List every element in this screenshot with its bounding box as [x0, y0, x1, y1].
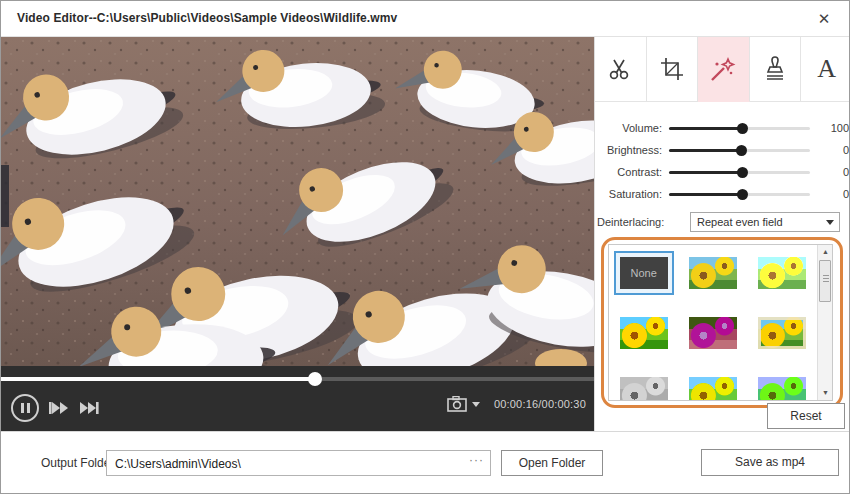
video-preview: [1, 37, 594, 366]
effects-listbox: None ▲ ▼: [608, 244, 833, 401]
volume-slider[interactable]: [669, 127, 810, 130]
scissors-icon: [607, 56, 633, 82]
brightness-value: 0: [813, 144, 849, 156]
video-editor-window: Video Editor--C:\Users\Public\Videos\Sam…: [0, 0, 850, 494]
contrast-slider[interactable]: [669, 171, 810, 174]
brightness-slider-thumb[interactable]: [736, 145, 747, 156]
tab-trim[interactable]: [595, 37, 647, 102]
scrollbar-thumb[interactable]: [819, 260, 831, 302]
reset-button[interactable]: Reset: [767, 403, 845, 429]
skip-back-icon: [49, 401, 69, 415]
brighten-effect-preview: [758, 257, 806, 289]
effect-thumb-none[interactable]: None: [614, 251, 674, 295]
titlebar: Video Editor--C:\Users\Public\Videos\Sam…: [1, 1, 849, 37]
browse-ellipsis-button[interactable]: ···: [469, 453, 484, 467]
none-effect-preview: None: [620, 257, 668, 289]
seek-thumb[interactable]: [308, 372, 322, 386]
tool-tabs: A: [595, 37, 850, 102]
tab-effect[interactable]: [698, 37, 750, 102]
vivid-effect-preview: [620, 317, 668, 349]
saturation-row: Saturation: 0: [595, 185, 850, 205]
deinterlacing-row: Deinterlacing: Repeat even field: [595, 212, 850, 234]
frame-effect-preview: [758, 317, 806, 349]
contrast-value: 0: [813, 166, 849, 178]
effect-thumb-warm[interactable]: [683, 371, 743, 400]
volume-slider-thumb[interactable]: [737, 123, 748, 134]
tab-watermark[interactable]: [750, 37, 802, 102]
saturation-label: Saturation:: [595, 188, 662, 200]
magic-wand-icon: [709, 55, 737, 83]
deinterlacing-label: Deinterlacing:: [597, 216, 664, 228]
output-path-input[interactable]: C:\Users\admin\Videos\ ···: [106, 450, 491, 476]
close-icon[interactable]: ✕: [813, 8, 835, 30]
volume-label: Volume:: [595, 122, 662, 134]
effect-thumb-original[interactable]: [683, 251, 743, 295]
grayscale-effect-preview: [620, 377, 668, 400]
cool-effect-preview: [758, 377, 806, 400]
warm-effect-preview: [689, 377, 737, 400]
seek-slider[interactable]: [1, 377, 594, 381]
effects-grid: None: [609, 245, 817, 400]
save-as-mp4-button[interactable]: Save as mp4: [701, 449, 839, 476]
brightness-label: Brightness:: [595, 144, 662, 156]
open-folder-button[interactable]: Open Folder: [501, 450, 603, 476]
effect-thumb-brighten[interactable]: [752, 251, 812, 295]
brightness-slider[interactable]: [669, 149, 810, 152]
edit-panel: A Volume: 100 Brightness: 0 Contrast: 0 …: [594, 37, 850, 431]
tab-text[interactable]: A: [801, 37, 850, 102]
gannet-birds-scene: [1, 37, 594, 366]
seek-fill: [1, 377, 315, 381]
volume-value: 100: [813, 122, 849, 134]
crop-icon: [659, 56, 685, 82]
effect-thumb-negative[interactable]: [683, 311, 743, 355]
effects-scrollbar[interactable]: ▲ ▼: [817, 245, 832, 400]
skip-forward-icon: [79, 401, 99, 415]
stamp-icon: [762, 56, 788, 82]
camera-icon: [447, 396, 467, 412]
saturation-slider-thumb[interactable]: [737, 189, 748, 200]
brightness-row: Brightness: 0: [595, 141, 850, 161]
footer-bar: Output Folder : C:\Users\admin\Videos\ ·…: [1, 431, 850, 494]
time-display: 00:00:16/00:00:30: [494, 398, 586, 410]
contrast-slider-thumb[interactable]: [737, 167, 748, 178]
saturation-value: 0: [813, 188, 849, 200]
volume-row: Volume: 100: [595, 119, 850, 139]
contrast-label: Contrast:: [595, 166, 662, 178]
text-tool-icon: A: [817, 54, 836, 84]
effect-thumb-frame[interactable]: [752, 311, 812, 355]
tab-crop[interactable]: [647, 37, 699, 102]
transport-bar: 00:00:16/00:00:30: [1, 366, 594, 431]
video-area: 00:00:16/00:00:30: [1, 37, 594, 431]
deinterlacing-selected: Repeat even field: [697, 216, 783, 228]
previous-frame-button[interactable]: [49, 401, 69, 415]
saturation-slider[interactable]: [669, 193, 810, 196]
snapshot-menu-arrow-icon[interactable]: [472, 402, 480, 407]
effect-thumb-cool[interactable]: [752, 371, 812, 400]
snapshot-button[interactable]: [447, 396, 480, 412]
negative-effect-preview: [689, 317, 737, 349]
scroll-up-icon[interactable]: ▲: [818, 245, 833, 259]
original-effect-preview: [689, 257, 737, 289]
output-path-value: C:\Users\admin\Videos\: [115, 457, 241, 471]
window-title: Video Editor--C:\Users\Public\Videos\Sam…: [17, 11, 397, 25]
contrast-row: Contrast: 0: [595, 163, 850, 183]
pause-button[interactable]: [11, 394, 39, 422]
next-frame-button[interactable]: [79, 401, 99, 415]
effect-thumb-vivid[interactable]: [614, 311, 674, 355]
dropdown-arrow-icon: [826, 220, 834, 225]
effect-thumb-grayscale[interactable]: [614, 371, 674, 400]
scroll-down-icon[interactable]: ▼: [818, 386, 833, 400]
deinterlacing-dropdown[interactable]: Repeat even field: [690, 212, 840, 232]
